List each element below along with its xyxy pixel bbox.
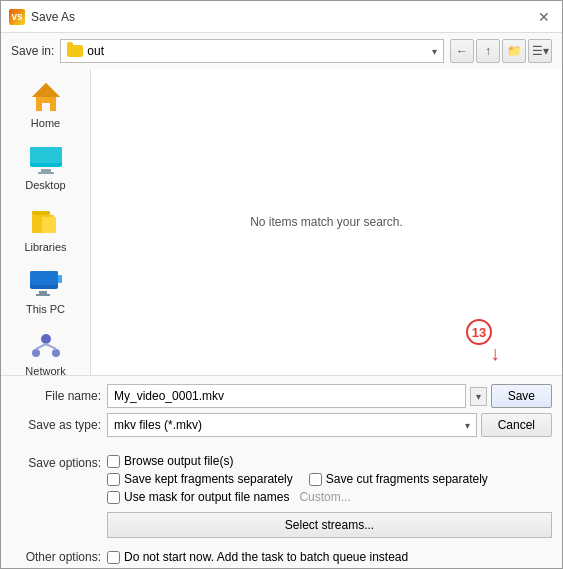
- file-area-wrapper: No items match your search. 13 ↓: [91, 69, 562, 375]
- sidebar-item-network-label: Network: [25, 365, 65, 375]
- svg-rect-13: [58, 275, 62, 283]
- save-options-label: Save options:: [11, 454, 101, 470]
- svg-rect-11: [39, 291, 47, 294]
- save-cut-label: Save cut fragments separately: [326, 472, 488, 486]
- save-as-type-value: mkv files (*.mkv): [114, 418, 202, 432]
- home-icon: [28, 79, 64, 115]
- cancel-button[interactable]: Cancel: [481, 413, 552, 437]
- save-cut-checkbox[interactable]: [309, 473, 322, 486]
- use-mask-label: Use mask for output file names: [124, 490, 289, 504]
- path-dropdown-arrow: ▾: [432, 46, 437, 57]
- path-selector[interactable]: out ▾: [60, 39, 444, 63]
- title-bar: vs Save As ✕: [1, 1, 562, 33]
- svg-rect-8: [42, 217, 56, 233]
- options-area: Save options: Browse output file(s) Save…: [1, 450, 562, 546]
- do-not-start-checkbox[interactable]: [107, 551, 120, 564]
- sidebar-item-libraries-label: Libraries: [24, 241, 66, 253]
- file-name-dropdown[interactable]: ▾: [470, 387, 487, 406]
- arrow-indicator: ↓: [490, 342, 500, 365]
- save-cut-pair: Save cut fragments separately: [309, 472, 488, 486]
- empty-message: No items match your search.: [250, 215, 403, 229]
- svg-line-18: [46, 344, 56, 349]
- svg-point-16: [52, 349, 60, 357]
- sidebar: Home Desktop Libraries: [1, 69, 91, 375]
- save-as-type-arrow: ▾: [465, 420, 470, 431]
- new-folder-button[interactable]: 📁: [502, 39, 526, 63]
- main-content: Home Desktop Libraries: [1, 69, 562, 375]
- file-name-input-group: ▾ Save: [107, 384, 552, 408]
- other-options-label: Other options:: [11, 550, 101, 564]
- select-streams-button[interactable]: Select streams...: [107, 512, 552, 538]
- svg-point-15: [32, 349, 40, 357]
- up-button[interactable]: ↑: [476, 39, 500, 63]
- file-name-input[interactable]: [107, 384, 466, 408]
- view-button[interactable]: ☰▾: [528, 39, 552, 63]
- sidebar-item-libraries[interactable]: Libraries: [1, 197, 90, 259]
- app-icon: vs: [9, 9, 25, 25]
- save-as-type-label: Save as type:: [11, 418, 101, 432]
- save-button[interactable]: Save: [491, 384, 552, 408]
- sidebar-item-desktop[interactable]: Desktop: [1, 135, 90, 197]
- svg-rect-10: [30, 271, 58, 285]
- file-name-label: File name:: [11, 389, 101, 403]
- sidebar-item-home-label: Home: [31, 117, 60, 129]
- svg-rect-7: [32, 211, 50, 215]
- do-not-start-label: Do not start now. Add the task to batch …: [124, 550, 408, 564]
- nav-buttons: ← ↑ 📁 ☰▾: [450, 39, 552, 63]
- save-as-type-select[interactable]: mkv files (*.mkv) ▾: [107, 413, 477, 437]
- sidebar-item-desktop-label: Desktop: [25, 179, 65, 191]
- svg-rect-4: [41, 169, 51, 172]
- form-area: File name: ▾ Save Save as type: mkv file…: [1, 375, 562, 450]
- network-icon: [28, 327, 64, 363]
- title-bar-controls: ✕: [534, 7, 554, 27]
- step-badge: 13: [466, 319, 492, 345]
- fragments-row: Save kept fragments separately Save cut …: [107, 472, 552, 486]
- save-kept-checkbox[interactable]: [107, 473, 120, 486]
- svg-marker-1: [32, 83, 60, 97]
- close-button[interactable]: ✕: [534, 7, 554, 27]
- desktop-icon: [28, 141, 64, 177]
- browse-output-checkbox[interactable]: [107, 455, 120, 468]
- file-name-row: File name: ▾ Save: [11, 384, 552, 408]
- save-options-row: Save options: Browse output file(s) Save…: [11, 454, 552, 538]
- dialog-title: Save As: [31, 10, 75, 24]
- path-selector-inner: out: [67, 44, 432, 58]
- use-mask-checkbox[interactable]: [107, 491, 120, 504]
- path-value: out: [87, 44, 104, 58]
- sidebar-item-network[interactable]: Network: [1, 321, 90, 375]
- thispc-icon: [28, 265, 64, 301]
- file-area: No items match your search. 13 ↓: [91, 69, 562, 375]
- sidebar-item-thispc[interactable]: This PC: [1, 259, 90, 321]
- options-content: Browse output file(s) Save kept fragment…: [107, 454, 552, 538]
- sidebar-item-thispc-label: This PC: [26, 303, 65, 315]
- save-kept-pair: Save kept fragments separately: [107, 472, 293, 486]
- svg-line-17: [36, 344, 46, 349]
- svg-point-14: [41, 334, 51, 344]
- title-bar-left: vs Save As: [9, 9, 75, 25]
- save-as-dialog: vs Save As ✕ Save in: out ▾ ← ↑ 📁 ☰▾: [0, 0, 563, 569]
- save-as-type-row: Save as type: mkv files (*.mkv) ▾ Cancel: [11, 413, 552, 437]
- back-button[interactable]: ←: [450, 39, 474, 63]
- custom-link[interactable]: Custom...: [299, 490, 350, 504]
- svg-rect-5: [38, 172, 54, 174]
- other-options-content: Do not start now. Add the task to batch …: [107, 550, 408, 564]
- toolbar-row: Save in: out ▾ ← ↑ 📁 ☰▾: [1, 33, 562, 69]
- save-kept-label: Save kept fragments separately: [124, 472, 293, 486]
- folder-icon: [67, 45, 83, 57]
- mask-row: Use mask for output file names Custom...: [107, 490, 552, 504]
- save-as-type-input-group: mkv files (*.mkv) ▾ Cancel: [107, 413, 552, 437]
- svg-rect-3: [30, 147, 62, 163]
- browse-output-row: Browse output file(s): [107, 454, 552, 468]
- libraries-icon: [28, 203, 64, 239]
- other-options-area: Other options: Do not start now. Add the…: [1, 546, 562, 568]
- save-in-label: Save in:: [11, 44, 54, 58]
- svg-rect-12: [36, 294, 50, 296]
- browse-output-label: Browse output file(s): [124, 454, 233, 468]
- sidebar-item-home[interactable]: Home: [1, 73, 90, 135]
